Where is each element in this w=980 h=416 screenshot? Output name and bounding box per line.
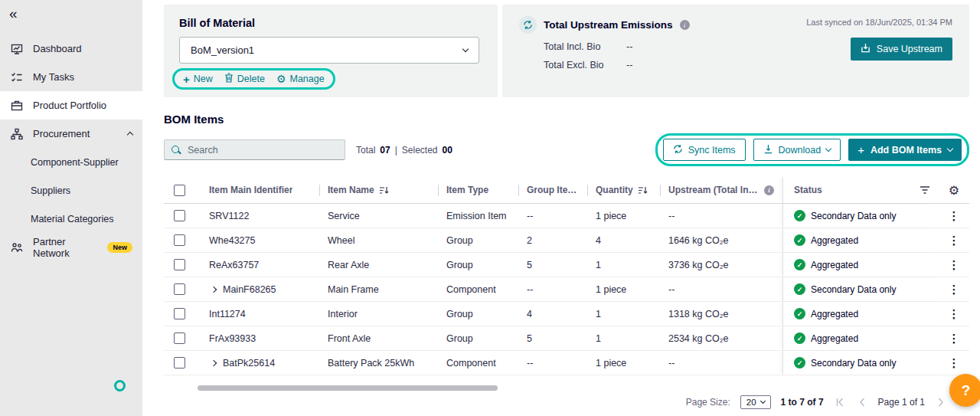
sidebar-item-suppliers[interactable]: Suppliers (0, 176, 142, 205)
cell-type: Group (438, 302, 518, 326)
sort-icon[interactable] (638, 185, 648, 195)
cell-status: Aggregated (782, 253, 939, 277)
add-bom-items-button[interactable]: + Add BOM Items (848, 139, 962, 161)
bom-actions-highlight: + New Delete ⚙ Manage (172, 68, 335, 90)
cell-quantity: 1 piece (587, 204, 660, 228)
sidebar-item-partner-network[interactable]: Partner Network New (0, 233, 142, 261)
row-checkbox[interactable] (174, 308, 185, 319)
kebab-menu-icon[interactable]: ⋮ (949, 234, 960, 246)
chevron-down-icon (760, 398, 766, 404)
cell-actions: ⋮ (939, 277, 969, 301)
gear-icon[interactable]: ⚙ (949, 183, 959, 198)
cell-group-items: 5 (518, 253, 587, 277)
chevron-down-icon (825, 146, 831, 152)
bom-items-toolbar: Total 07 | Selected 00 Sync Items Downlo… (164, 133, 969, 166)
collapse-sidebar-icon[interactable]: « (0, 3, 27, 24)
sidebar-subitem-label: Component-Supplier (31, 157, 119, 168)
row-checkbox[interactable] (174, 234, 185, 246)
manage-bom-button[interactable]: ⚙ Manage (276, 74, 325, 84)
sidebar-subitem-label: Material Categories (31, 214, 113, 224)
kebab-menu-icon[interactable]: ⋮ (949, 283, 960, 295)
save-upstream-button[interactable]: Save Upstream (851, 38, 952, 61)
info-icon[interactable] (764, 185, 774, 195)
row-checkbox[interactable] (174, 332, 185, 344)
row-checkbox[interactable] (174, 259, 185, 270)
download-button[interactable]: Download (753, 139, 841, 161)
sync-items-label: Sync Items (688, 145, 736, 156)
expand-row-icon[interactable] (209, 287, 218, 292)
page-size-select[interactable]: 20 (740, 395, 771, 409)
sidebar-item-procurement[interactable]: Procurement (0, 120, 142, 148)
search-icon (172, 145, 181, 155)
save-icon (861, 43, 871, 55)
app-root: « Dashboard My Tasks Product Portfolio (0, 0, 980, 416)
status-label: Aggregated (811, 309, 858, 319)
first-page-icon[interactable] (834, 397, 846, 408)
search-input[interactable] (188, 145, 338, 156)
cell-name: Service (319, 204, 438, 228)
sidebar-item-my-tasks[interactable]: My Tasks (0, 63, 142, 91)
plus-icon: + (183, 74, 190, 85)
cell-group-items: -- (518, 204, 587, 228)
new-bom-button[interactable]: + New (183, 74, 213, 85)
select-all-checkbox[interactable] (174, 185, 185, 196)
total-incl-bio-value: -- (626, 41, 632, 52)
cell-status: Secondary Data only (782, 204, 939, 228)
next-page-icon[interactable] (935, 397, 947, 408)
kebab-menu-icon[interactable]: ⋮ (949, 308, 960, 319)
cell-name: Battery Pack 25kWh (319, 351, 438, 375)
row-checkbox[interactable] (174, 357, 185, 369)
toolbar-buttons-highlight: Sync Items Download + Add BOM Items (655, 133, 969, 166)
filter-icon[interactable] (920, 185, 930, 195)
new-badge: New (107, 242, 132, 253)
tasks-icon (10, 71, 23, 84)
cell-quantity: 1 (587, 302, 660, 326)
download-label: Download (779, 145, 822, 156)
cell-status: Secondary Data only (782, 351, 939, 375)
sidebar-item-material-categories[interactable]: Material Categories (0, 205, 142, 233)
sync-items-button[interactable]: Sync Items (663, 139, 746, 161)
bom-version-select[interactable]: BoM_version1 (179, 37, 479, 64)
total-excl-bio-label: Total Excl. Bio (544, 60, 626, 70)
status-label: Aggregated (811, 235, 858, 246)
sidebar-item-product-portfolio[interactable]: Product Portfolio (0, 91, 142, 120)
sidebar-item-label: Procurement (33, 128, 90, 139)
sidebar-item-component-supplier[interactable]: Component-Supplier (0, 148, 142, 176)
info-icon[interactable] (680, 20, 690, 30)
cell-upstream: 1646 kg CO₂e (660, 228, 782, 252)
kebab-menu-icon[interactable]: ⋮ (949, 332, 960, 344)
total-incl-bio-label: Total Incl. Bio (544, 41, 626, 52)
cell-id: FrAx93933 (201, 326, 319, 350)
kebab-menu-icon[interactable]: ⋮ (949, 210, 960, 221)
row-checkbox[interactable] (174, 210, 185, 221)
emissions-right: Last synced on 18/Jun/2025, 01:34 PM Sav… (806, 16, 952, 88)
emissions-header: Total Upstream Emissions (519, 16, 690, 34)
kebab-menu-icon[interactable]: ⋮ (949, 259, 960, 270)
row-checkbox-cell (164, 351, 201, 375)
cell-name: Rear Axle (319, 253, 438, 277)
kebab-menu-icon[interactable]: ⋮ (949, 357, 960, 369)
delete-bom-button[interactable]: Delete (224, 73, 265, 85)
previous-page-icon[interactable] (856, 397, 868, 408)
expand-row-icon[interactable] (209, 361, 218, 365)
table-row: FrAx93933 Front Axle Group 5 1 2534 kg C… (164, 326, 969, 351)
page-indicator: Page 1 of 1 (878, 397, 925, 408)
header-quantity: Quantity (587, 177, 660, 203)
row-checkbox-cell (164, 302, 201, 326)
main-content: Bill of Material BoM_version1 + New Dele… (142, 0, 980, 416)
status-label: Secondary Data only (811, 211, 896, 221)
sidebar-subitem-label: Suppliers (31, 185, 70, 196)
sidebar-item-dashboard[interactable]: Dashboard (0, 34, 142, 63)
procurement-icon (10, 128, 23, 140)
download-icon (763, 144, 773, 156)
row-checkbox-cell (164, 253, 201, 277)
cell-name: Interior (319, 302, 438, 326)
help-button[interactable]: ? (949, 374, 980, 407)
cell-id: Whe43275 (201, 228, 319, 252)
scrollbar-thumb[interactable] (198, 385, 498, 391)
sort-icon[interactable] (379, 185, 389, 195)
header-type: Item Type (438, 177, 518, 203)
cell-id: Int11274 (201, 302, 319, 326)
cell-upstream: 2534 kg CO₂e (660, 326, 782, 350)
row-checkbox[interactable] (174, 283, 185, 295)
